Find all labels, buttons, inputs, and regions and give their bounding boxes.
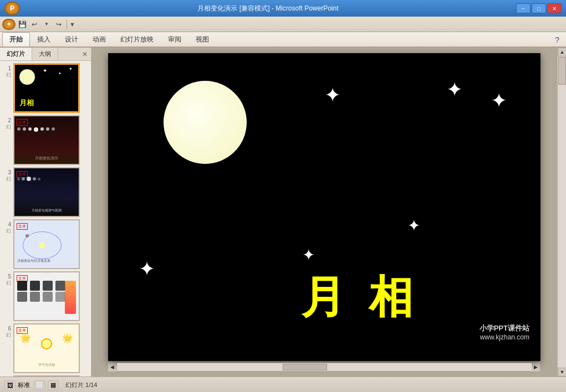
tab-review[interactable]: 审阅 — [161, 32, 188, 47]
status-bar: 🖼 标准 ⬜ ▦ 幻灯片 1/14 — [0, 376, 566, 392]
scroll-down-button[interactable]: ▼ — [558, 368, 566, 376]
watermark-line1: 小学PPT课件站 — [480, 323, 529, 333]
scroll-right-button[interactable]: ▶ — [532, 363, 540, 372]
slide-item-4[interactable]: 4幻 文本 月相变化与日月地关系 — [2, 219, 89, 269]
slide-number-3: 3幻 — [2, 169, 11, 183]
star-5: ✦ — [302, 246, 315, 264]
slide-number-2: 2幻 — [2, 117, 11, 131]
panel-close-button[interactable]: ✕ — [79, 49, 91, 59]
title-bar: P 月相变化演示 [兼容模式] - Microsoft PowerPoint −… — [0, 0, 566, 17]
normal-view-icon[interactable]: 🖼 — [4, 380, 16, 390]
qat-separator — [67, 20, 67, 29]
office-button[interactable]: ✦ — [2, 19, 16, 30]
tab-animation[interactable]: 动画 — [85, 32, 113, 47]
star-2: ✦ — [446, 78, 463, 101]
slides-list: 1幻 ✦ ✦ ✦ 月相 2幻 月相变化演示 — [0, 61, 91, 376]
redo-qat-button[interactable]: ↪ — [53, 19, 64, 30]
slide-item-1[interactable]: 1幻 ✦ ✦ ✦ 月相 — [2, 63, 89, 113]
scroll-up-button[interactable]: ▲ — [558, 48, 566, 56]
ribbon-tab-bar: 开始 插入 设计 动画 幻灯片放映 审阅 视图 ? — [0, 32, 566, 47]
tab-slides[interactable]: 幻灯片 — [0, 48, 32, 60]
main-area: 幻灯片 大纲 ✕ 1幻 ✦ ✦ ✦ 月相 2幻 — [0, 48, 566, 376]
slide-number-1: 1幻 — [2, 65, 11, 79]
star-6: ✦ — [139, 257, 155, 281]
slide-item-5[interactable]: 5幻 文本 — [2, 271, 89, 321]
moon-object — [164, 81, 247, 164]
tab-insert[interactable]: 插入 — [30, 32, 58, 47]
h-scroll-thumb[interactable] — [283, 364, 327, 370]
close-button[interactable]: ✕ — [547, 3, 562, 13]
quick-access-toolbar: ✦ 💾 ↩ ▼ ↪ ▼ — [0, 17, 566, 32]
save-qat-button[interactable]: 💾 — [17, 19, 28, 30]
slide-panel: 幻灯片 大纲 ✕ 1幻 ✦ ✦ ✦ 月相 2幻 — [0, 48, 91, 376]
slide-thumb-7[interactable]: ... — [13, 375, 80, 376]
slide-number-4: 4幻 — [2, 221, 11, 235]
h-scroll-track[interactable] — [117, 363, 532, 371]
watermark-line2: www.kjzhan.com — [480, 333, 529, 341]
tab-design[interactable]: 设计 — [58, 32, 85, 47]
slide-count: 幻灯片 1/14 — [65, 381, 97, 389]
notes-icon[interactable]: ▦ — [48, 380, 59, 390]
editor-area: ✦ ✦ ✦ ✦ ✦ ✦ 月 相 小学PPT课件站 www.kjzhan.com — [91, 48, 566, 376]
slide-editor: ✦ ✦ ✦ ✦ ✦ ✦ 月 相 小学PPT课件站 www.kjzhan.com — [91, 48, 557, 376]
v-scroll-track[interactable] — [558, 56, 566, 368]
slide-thumb-6[interactable]: 文本 🌟 🌟 节气与月相 — [13, 323, 80, 373]
undo-dropdown-button[interactable]: ▼ — [41, 19, 52, 30]
help-icon[interactable]: ? — [550, 33, 564, 47]
normal-view-label: 标准 — [18, 381, 30, 389]
slide-item-2[interactable]: 2幻 月相变化演示 — [2, 115, 89, 165]
slide-item-6[interactable]: 6幻 文本 🌟 🌟 节气与月相 — [2, 323, 89, 373]
slide-thumb-5[interactable]: 文本 — [13, 271, 80, 321]
ribbon: 开始 插入 设计 动画 幻灯片放映 审阅 视图 ? — [0, 32, 566, 48]
undo-qat-button[interactable]: ↩ — [29, 19, 40, 30]
tab-outline[interactable]: 大纲 — [32, 48, 58, 60]
slide-thumb-2[interactable]: 月相变化演示 文本 — [13, 115, 80, 165]
slide-thumb-1[interactable]: ✦ ✦ ✦ 月相 — [13, 63, 80, 113]
star-1: ✦ — [324, 84, 341, 107]
slide-canvas[interactable]: ✦ ✦ ✦ ✦ ✦ ✦ 月 相 小学PPT课件站 www.kjzhan.com — [108, 53, 540, 361]
restore-button[interactable]: □ — [532, 3, 546, 13]
tab-view[interactable]: 视图 — [188, 32, 216, 47]
window-title: 月相变化演示 [兼容模式] - Microsoft PowerPoint — [20, 4, 516, 13]
window-controls: − □ ✕ — [516, 3, 562, 13]
star-4: ✦ — [407, 216, 420, 235]
title-bar-left: P — [4, 2, 20, 15]
slide-sorter-icon[interactable]: ⬜ — [34, 380, 45, 390]
slide-item-3[interactable]: 3幻 文本 月相变化规律与观测 — [2, 167, 89, 217]
slide-item-7[interactable]: 7幻 ... — [2, 375, 89, 376]
slide-thumb-3[interactable]: 文本 月相变化规律与观测 — [13, 167, 80, 217]
slide-thumb-4[interactable]: 文本 月相变化与日月地关系 — [13, 219, 80, 269]
panel-tabs: 幻灯片 大纲 ✕ — [0, 48, 91, 61]
horizontal-scrollbar[interactable]: ◀ ▶ — [108, 362, 540, 371]
star-3: ✦ — [491, 89, 507, 112]
scroll-left-button[interactable]: ◀ — [108, 363, 117, 372]
minimize-button[interactable]: − — [516, 3, 531, 13]
v-scroll-thumb[interactable] — [558, 57, 566, 85]
tab-slideshow[interactable]: 幻灯片放映 — [113, 32, 161, 47]
tab-home[interactable]: 开始 — [2, 32, 30, 47]
vertical-scrollbar[interactable]: ▲ ▼ — [557, 48, 566, 376]
view-icons: 🖼 标准 ⬜ ▦ — [4, 380, 59, 390]
slide-number-6: 6幻 — [2, 326, 11, 339]
customize-qat-label[interactable]: ▼ — [69, 21, 75, 28]
office-logo[interactable]: P — [4, 2, 20, 15]
slide-number-5: 5幻 — [2, 274, 11, 287]
slide-title: 月 相 — [301, 268, 419, 328]
watermark: 小学PPT课件站 www.kjzhan.com — [480, 323, 529, 341]
